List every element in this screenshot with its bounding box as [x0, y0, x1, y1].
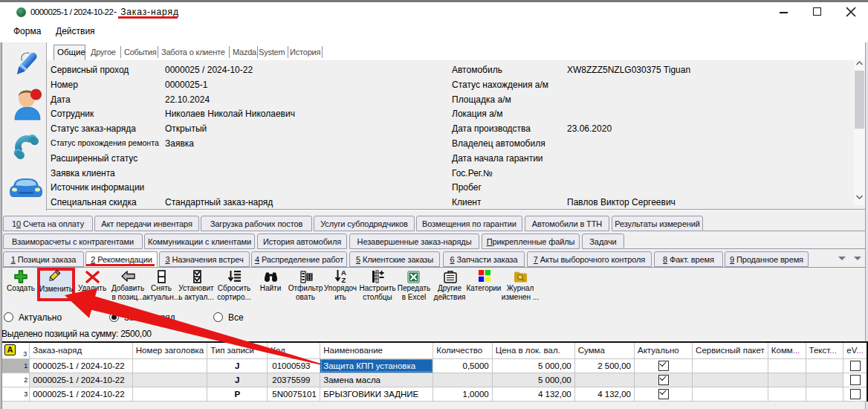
svg-text:Z: Z [342, 276, 346, 284]
